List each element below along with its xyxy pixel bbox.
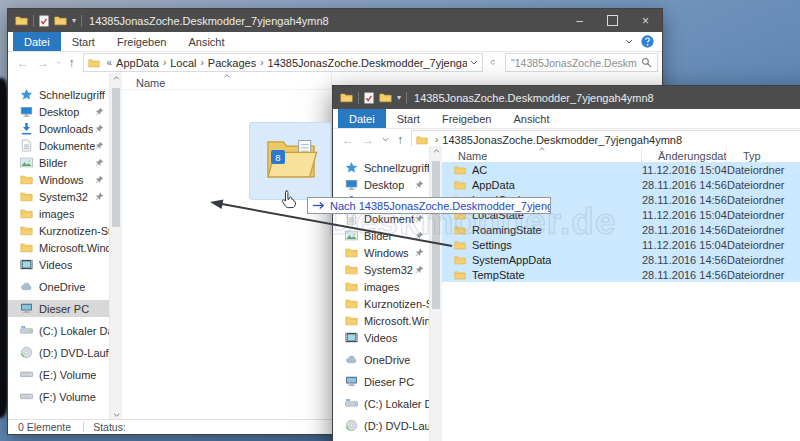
- window-title: 14385JonasZoche.Deskmodder_7yjengah4ymn8: [89, 15, 329, 27]
- sidebar-item-onedrive[interactable]: OneDrive: [333, 351, 429, 368]
- sidebar-item-videos[interactable]: Videos: [333, 329, 429, 346]
- forward-icon[interactable]: →: [37, 57, 49, 69]
- sidebar-item-microsoft-windo[interactable]: Microsoft.Windo: [8, 239, 109, 256]
- sidebar-item-d-dvd-laufwerk[interactable]: (D:) DVD-Laufwerk: [8, 344, 109, 361]
- sidebar-item-label: (F:) Volume: [39, 391, 96, 403]
- tab-start[interactable]: Start: [386, 109, 431, 128]
- scrollbar-thumb[interactable]: [432, 161, 440, 309]
- properties-check-icon[interactable]: [364, 92, 374, 104]
- sidebar-item-d-dvd-laufwerk[interactable]: (D:) DVD-Laufwerk: [333, 417, 429, 434]
- tab-datei[interactable]: Datei: [338, 109, 386, 128]
- sidebar-item-label: Downloads: [39, 123, 93, 135]
- sidebar-item-dieser-pc[interactable]: Dieser PC: [8, 300, 109, 317]
- tab-ansicht[interactable]: Ansicht: [502, 109, 560, 128]
- sidebar-item-label: System32: [39, 191, 88, 203]
- address-dropdown-icon[interactable]: [470, 60, 478, 65]
- tab-freigeben[interactable]: Freigeben: [106, 32, 178, 51]
- sidebar-item-f-volume[interactable]: (F:) Volume: [8, 388, 109, 405]
- scroll-up-icon[interactable]: [433, 149, 440, 153]
- new-folder-icon[interactable]: [379, 92, 392, 103]
- file-row-settings[interactable]: Settings11.12.2016 15:04Dateiordner: [442, 237, 800, 252]
- sidebar-item-kurznotizen-stic[interactable]: Kurznotizen-Stic: [8, 222, 109, 239]
- sidebar-item-onedrive[interactable]: OneDrive: [8, 278, 109, 295]
- sidebar-item-images[interactable]: images: [333, 278, 429, 295]
- folder-icon: [454, 240, 466, 250]
- address-bar[interactable]: «AppData›Local›Packages›14385JonasZoche.…: [83, 53, 483, 72]
- back-icon[interactable]: ←: [342, 134, 354, 146]
- back-icon[interactable]: ←: [17, 57, 29, 69]
- qat-customize-caret-icon[interactable]: ▾: [72, 17, 76, 25]
- folder-icon: [454, 270, 466, 280]
- breadcrumb-segment[interactable]: Packages: [208, 57, 256, 69]
- sidebar-item-schnellzugriff[interactable]: Schnellzugriff: [333, 159, 429, 176]
- help-icon[interactable]: [641, 35, 654, 48]
- qat-customize-caret-icon[interactable]: ▾: [397, 94, 401, 102]
- sidebar-item-windows[interactable]: Windows: [333, 244, 429, 261]
- sidebar-item-downloads[interactable]: Downloads: [8, 120, 109, 137]
- sidebar-item-dieser-pc[interactable]: Dieser PC: [333, 373, 429, 390]
- sidebar-item-desktop[interactable]: Desktop: [333, 176, 429, 193]
- recent-locations-icon[interactable]: [382, 137, 389, 142]
- column-header-name[interactable]: Name: [122, 73, 332, 89]
- sidebar-item-schnellzugriff[interactable]: Schnellzugriff: [8, 86, 109, 103]
- tab-start[interactable]: Start: [61, 32, 106, 51]
- column-header-name[interactable]: Name: [442, 146, 642, 162]
- sidebar-item-system32[interactable]: System32: [333, 261, 429, 278]
- hand-cursor-icon: [280, 189, 298, 211]
- tab-ansicht[interactable]: Ansicht: [177, 32, 235, 51]
- sidebar-item-images[interactable]: images: [8, 205, 109, 222]
- breadcrumb-segment[interactable]: AppData: [116, 57, 159, 69]
- file-row-roamingstate[interactable]: RoamingState28.11.2016 14:56Dateiordner: [442, 222, 800, 237]
- column-header-label: Änderungsdatum: [642, 150, 726, 162]
- file-type: Dateiordner: [727, 254, 800, 266]
- column-header-nderungsdatum[interactable]: Änderungsdatum: [642, 146, 727, 162]
- search-box[interactable]: "14385JonasZoche.Deskmodd...: [505, 53, 658, 72]
- scroll-down-icon[interactable]: [113, 413, 120, 417]
- sidebar-item-windows[interactable]: Windows: [8, 171, 109, 188]
- sidebar-item-c-lokaler-daten[interactable]: (C:) Lokaler Daten: [333, 395, 429, 412]
- status-label: Status:: [93, 421, 126, 433]
- file-row-appdata[interactable]: AppData28.11.2016 14:56Dateiordner: [442, 177, 800, 192]
- sidebar-scrollbar[interactable]: [109, 73, 122, 420]
- sidebar-scrollbar[interactable]: [429, 146, 442, 441]
- sidebar-item-videos[interactable]: Videos: [8, 256, 109, 273]
- file-row-tempstate[interactable]: TempState28.11.2016 14:56Dateiordner: [442, 267, 800, 282]
- close-button[interactable]: ×: [629, 9, 662, 32]
- sidebar-item-dokumente[interactable]: Dokumente: [8, 137, 109, 154]
- titlebar[interactable]: ▾ 14385JonasZoche.Deskmodder_7yjengah4ym…: [8, 9, 662, 32]
- forward-icon[interactable]: →: [362, 134, 374, 146]
- ribbon-collapse-icon[interactable]: [625, 39, 633, 44]
- up-icon[interactable]: ↑: [397, 134, 403, 146]
- breadcrumb-segment[interactable]: 14385JonasZoche.Deskmodder_7yjengah4ymn8: [442, 134, 682, 146]
- file-row-systemappdata[interactable]: SystemAppData28.11.2016 14:56Dateiordner: [442, 252, 800, 267]
- file-name-cell: AC: [442, 164, 642, 176]
- search-input[interactable]: "14385JonasZoche.Deskmodd...: [511, 57, 637, 69]
- scroll-up-icon[interactable]: [113, 76, 120, 80]
- scrollbar-thumb[interactable]: [112, 88, 120, 227]
- up-icon[interactable]: ↑: [69, 57, 75, 69]
- sidebar-item-kurznotizen-stic[interactable]: Kurznotizen-Stic: [333, 295, 429, 312]
- sidebar-item-e-volume[interactable]: (E:) Volume: [8, 366, 109, 383]
- sidebar-item-system32[interactable]: System32: [8, 188, 109, 205]
- sidebar-item-bilder[interactable]: Bilder: [8, 154, 109, 171]
- tab-datei[interactable]: Datei: [13, 32, 61, 51]
- breadcrumb-separator-icon: ›: [197, 57, 208, 68]
- properties-check-icon[interactable]: [39, 15, 49, 27]
- refresh-icon[interactable]: [490, 57, 496, 68]
- sidebar-item-bilder[interactable]: Bilder: [333, 227, 429, 244]
- titlebar[interactable]: ▾ 14385JonasZoche.Deskmodder_7yjengah4ym…: [333, 86, 800, 109]
- tab-freigeben[interactable]: Freigeben: [431, 109, 503, 128]
- file-row-ac[interactable]: AC11.12.2016 15:04Dateiordner: [442, 162, 800, 177]
- this-pc-icon: [20, 302, 33, 315]
- sidebar-item-c-lokaler-daten[interactable]: (C:) Lokaler Daten: [8, 322, 109, 339]
- recent-locations-icon[interactable]: [57, 60, 61, 65]
- breadcrumb-segment[interactable]: Local: [170, 57, 196, 69]
- sidebar-item-desktop[interactable]: Desktop: [8, 103, 109, 120]
- maximize-button[interactable]: [596, 9, 629, 32]
- column-header-typ[interactable]: Typ: [727, 146, 800, 162]
- new-folder-icon[interactable]: [54, 15, 67, 26]
- sidebar-item-microsoft-windo[interactable]: Microsoft.Windo: [333, 312, 429, 329]
- file-name: AppData: [472, 179, 515, 191]
- minimize-button[interactable]: –: [563, 9, 596, 32]
- breadcrumb-segment[interactable]: 14385JonasZoche.Deskmodder_7yjengah: [268, 57, 467, 69]
